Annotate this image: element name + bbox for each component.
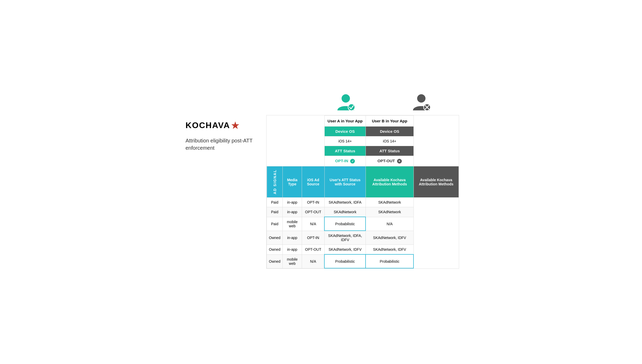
- cell-att-status: OPT-OUT: [302, 245, 324, 255]
- cell-att-status: N/A: [302, 254, 324, 268]
- header-row-device: Device OS Device OS: [267, 126, 459, 136]
- col-header-att-status-source: User's ATT Status with Source: [324, 166, 366, 198]
- col-header-ios-ad-source: iOS Ad Source: [302, 166, 324, 198]
- header-row-user: User A in Your App User B in Your App: [267, 115, 459, 126]
- main-layout: KOCHAVA★ Attribution eligibility post-AT…: [183, 115, 459, 269]
- svg-point-2: [417, 94, 425, 103]
- device-os-a: Device OS: [324, 126, 366, 136]
- cell-avail-a: Probabilistic: [324, 254, 366, 268]
- cell-media-type: Owned: [267, 254, 283, 268]
- col-header-row: AD SIGNAL Media Type iOS Ad Source User'…: [267, 166, 459, 198]
- ad-signal-label: AD SIGNAL: [267, 166, 283, 198]
- user-a-icon: [336, 93, 355, 112]
- user-b-header: User B in Your App: [366, 115, 413, 126]
- svg-point-0: [342, 94, 350, 103]
- cell-avail-a: SKAdNetwork, IDFA, IDFV: [324, 231, 366, 245]
- cell-avail-b: SKAdNetwork: [366, 207, 413, 217]
- page-container: KOCHAVA★ Attribution eligibility post-AT…: [178, 85, 464, 279]
- cell-avail-b: SKAdNetwork: [366, 198, 413, 207]
- main-table: User A in Your App User B in Your App De…: [267, 115, 459, 268]
- cell-media-type: Owned: [267, 245, 283, 255]
- cell-ios-ad-source: in-app: [283, 207, 302, 217]
- cell-avail-a: Probabilistic: [324, 217, 366, 231]
- row-ios: iOS 14+ iOS 14+: [267, 136, 459, 146]
- cell-att-status: OPT-IN: [302, 231, 324, 245]
- left-panel: KOCHAVA★ Attribution eligibility post-AT…: [183, 115, 266, 152]
- svg-point-1: [348, 104, 355, 111]
- table-row: Paidmobile webN/AProbabilisticN/A: [267, 217, 459, 231]
- kochava-logo: KOCHAVA★: [186, 120, 264, 131]
- header-row-att: ATT Status ATT Status: [267, 146, 459, 156]
- optin-check-badge: ✓: [350, 159, 355, 164]
- att-status-b: ATT Status: [366, 146, 413, 156]
- tagline: Attribution eligibility post-ATT enforce…: [186, 137, 264, 152]
- logo-text: KOCHAVA: [186, 121, 230, 130]
- logo-star: ★: [231, 120, 239, 131]
- device-os-b: Device OS: [366, 126, 413, 136]
- cell-ios-ad-source: mobile web: [283, 217, 302, 231]
- ios-a: iOS 14+: [324, 136, 366, 146]
- header-row-optstatus: OPT-IN ✓ OPT-OUT ✕: [267, 156, 459, 166]
- table-row: Paidin-appOPT-OUTSKAdNetworkSKAdNetwork: [267, 207, 459, 217]
- table-row: Ownedin-appOPT-INSKAdNetwork, IDFA, IDFV…: [267, 231, 459, 245]
- cell-att-status: OPT-IN: [302, 198, 324, 207]
- top-icons-row: [183, 93, 459, 115]
- table-row: Ownedmobile webN/AProbabilisticProbabili…: [267, 254, 459, 268]
- user-denied-svg: [412, 93, 431, 111]
- cell-ios-ad-source: in-app: [283, 198, 302, 207]
- cell-ios-ad-source: mobile web: [283, 254, 302, 268]
- main-table-wrap: User A in Your App User B in Your App De…: [266, 115, 459, 269]
- opt-status-b: OPT-OUT ✕: [366, 156, 413, 166]
- cell-avail-b: Probabilistic: [366, 254, 413, 268]
- col-header-avail-b: Available Kochava Attribution Methods: [413, 166, 459, 198]
- opt-status-a: OPT-IN ✓: [324, 156, 366, 166]
- table-body: Paidin-appOPT-INSKAdNetwork, IDFASKAdNet…: [267, 198, 459, 268]
- optout-text: OPT-OUT: [378, 159, 395, 163]
- optin-text: OPT-IN: [335, 159, 348, 163]
- user-a-icon-cell: [308, 93, 384, 115]
- cell-avail-a: SKAdNetwork, IDFV: [324, 245, 366, 255]
- cell-avail-a: SKAdNetwork, IDFA: [324, 198, 366, 207]
- table-row: Paidin-appOPT-INSKAdNetwork, IDFASKAdNet…: [267, 198, 459, 207]
- cell-att-status: N/A: [302, 217, 324, 231]
- cell-att-status: OPT-OUT: [302, 207, 324, 217]
- cell-avail-b: N/A: [366, 217, 413, 231]
- cell-ios-ad-source: in-app: [283, 245, 302, 255]
- table-row: Ownedin-appOPT-OUTSKAdNetwork, IDFVSKAdN…: [267, 245, 459, 255]
- user-b-icon: [412, 93, 431, 112]
- att-status-a: ATT Status: [324, 146, 366, 156]
- optout-x-badge: ✕: [397, 159, 402, 164]
- user-b-icon-cell: [384, 93, 459, 115]
- cell-ios-ad-source: in-app: [283, 231, 302, 245]
- col-header-media-type: Media Type: [283, 166, 302, 198]
- cell-avail-b: SKAdNetwork, IDFV: [366, 245, 413, 255]
- cell-avail-b: SKAdNetwork, IDFV: [366, 231, 413, 245]
- user-a-header: User A in Your App: [324, 115, 366, 126]
- cell-avail-a: SKAdNetwork: [324, 207, 366, 217]
- cell-media-type: Paid: [267, 198, 283, 207]
- col-header-avail-a: Available Kochava Attribution Methods: [366, 166, 413, 198]
- cell-media-type: Owned: [267, 231, 283, 245]
- cell-media-type: Paid: [267, 217, 283, 231]
- user-approved-svg: [336, 93, 355, 111]
- cell-media-type: Paid: [267, 207, 283, 217]
- ios-b: iOS 14+: [366, 136, 413, 146]
